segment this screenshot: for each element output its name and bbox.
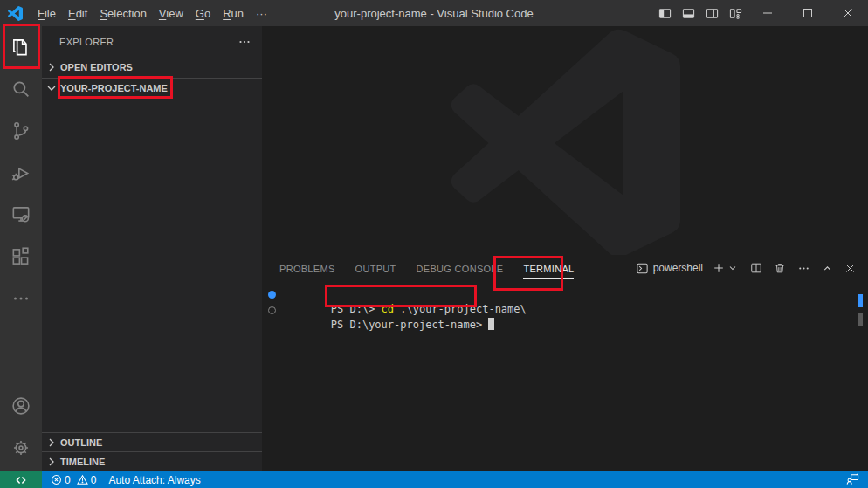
bottom-panel: PROBLEMS OUTPUT DEBUG CONSOLE TERMINAL p… — [262, 255, 868, 471]
maximize-panel-chevron-icon[interactable] — [822, 263, 833, 274]
chevron-right-icon — [45, 436, 59, 450]
activity-bar — [0, 26, 42, 471]
toggle-sidebar-icon[interactable] — [653, 0, 677, 26]
section-project-root[interactable]: YOUR-PROJECT-NAME — [42, 78, 262, 97]
settings-gear-icon[interactable] — [0, 427, 42, 469]
menu-file[interactable]: File — [31, 7, 62, 20]
panel-more-actions-icon[interactable] — [797, 262, 810, 275]
remote-icon — [15, 474, 27, 486]
source-control-icon[interactable] — [0, 110, 42, 152]
launch-profile-chevron-icon[interactable] — [727, 263, 738, 273]
more-actions-icon[interactable] — [0, 278, 42, 320]
warning-count: 0 — [91, 474, 97, 486]
close-button[interactable] — [828, 0, 868, 26]
menu-edit[interactable]: Edit — [62, 7, 93, 20]
account-icon[interactable] — [0, 385, 42, 427]
section-timeline[interactable]: TIMELINE — [42, 451, 262, 471]
warning-icon — [77, 474, 88, 485]
menu-run[interactable]: Run — [217, 7, 250, 20]
tab-terminal[interactable]: TERMINAL — [523, 258, 574, 279]
section-label: OUTLINE — [60, 437, 102, 448]
editor-area — [262, 26, 868, 255]
scrollbar-command-mark — [858, 294, 863, 307]
tab-output[interactable]: OUTPUT — [355, 258, 396, 279]
toggle-secondary-sidebar-icon[interactable] — [700, 0, 724, 26]
tab-problems[interactable]: PROBLEMS — [279, 258, 335, 279]
terminal-toolbar: powershell — [636, 255, 856, 281]
auto-attach-label: Auto Attach: Always — [108, 474, 200, 486]
menu-selection[interactable]: Selection — [93, 7, 152, 20]
chevron-right-icon — [45, 60, 59, 74]
section-label: OPEN EDITORS — [60, 62, 133, 72]
command-decoration-icon[interactable] — [268, 306, 276, 314]
split-terminal-icon[interactable] — [750, 262, 762, 274]
explorer-more-actions-icon[interactable] — [238, 35, 251, 52]
section-open-editors[interactable]: OPEN EDITORS — [42, 58, 262, 77]
project-root-label: YOUR-PROJECT-NAME — [60, 83, 168, 93]
error-count: 0 — [65, 474, 71, 486]
maximize-button[interactable] — [788, 0, 828, 26]
terminal-content[interactable]: PS D:\> cd .\your-project-name\ PS D:\yo… — [271, 287, 856, 318]
vscode-logo-icon — [8, 6, 23, 21]
title-bar: File Edit Selection View Go Run ··· your… — [0, 0, 868, 26]
terminal-prompt: PS D:\your-project-name> — [331, 319, 489, 331]
error-icon — [51, 474, 62, 485]
kill-terminal-trash-icon[interactable] — [774, 262, 786, 274]
customize-layout-icon[interactable] — [724, 0, 747, 26]
run-and-debug-icon[interactable] — [0, 152, 42, 194]
auto-attach-status[interactable]: Auto Attach: Always — [108, 471, 200, 488]
explorer-icon[interactable] — [0, 26, 42, 68]
remote-indicator[interactable] — [0, 471, 42, 488]
command-decoration-icon[interactable] — [268, 291, 276, 299]
shell-name-label[interactable]: powershell — [653, 262, 703, 274]
sidebar-header: EXPLORER — [42, 26, 262, 57]
terminal-line: PS D:\> cd .\your-project-name\ — [271, 287, 856, 303]
tab-debug-console[interactable]: DEBUG CONSOLE — [417, 258, 504, 279]
new-terminal-icon[interactable] — [713, 262, 725, 274]
section-label: TIMELINE — [60, 457, 105, 467]
terminal-shell-icon[interactable] — [636, 262, 649, 275]
remote-explorer-icon[interactable] — [0, 194, 42, 236]
chevron-down-icon — [45, 81, 59, 95]
toggle-panel-icon[interactable] — [677, 0, 700, 26]
minimize-button[interactable] — [747, 0, 788, 26]
vscode-watermark-icon — [451, 29, 680, 255]
explorer-sidebar: EXPLORER OPEN EDITORS YOUR-PROJECT-NAME … — [42, 26, 262, 471]
extensions-icon[interactable] — [0, 236, 42, 278]
chevron-right-icon — [45, 455, 59, 469]
sidebar-title: EXPLORER — [59, 37, 114, 47]
terminal-line: PS D:\your-project-name> — [271, 303, 856, 319]
panel-tab-bar: PROBLEMS OUTPUT DEBUG CONSOLE TERMINAL — [262, 255, 594, 281]
menu-view[interactable]: View — [153, 7, 189, 20]
menu-go[interactable]: Go — [189, 7, 217, 20]
terminal-cursor — [488, 318, 494, 330]
feedback-icon[interactable] — [846, 473, 859, 488]
close-panel-icon[interactable] — [844, 263, 856, 274]
search-icon[interactable] — [0, 68, 42, 110]
scrollbar-command-mark — [858, 313, 863, 326]
section-outline[interactable]: OUTLINE — [42, 432, 262, 451]
vscode-window: File Edit Selection View Go Run ··· your… — [0, 0, 868, 488]
status-bar: 0 0 Auto Attach: Always — [0, 471, 868, 488]
menu-more[interactable]: ··· — [250, 7, 273, 20]
problems-status[interactable]: 0 0 — [51, 471, 96, 488]
